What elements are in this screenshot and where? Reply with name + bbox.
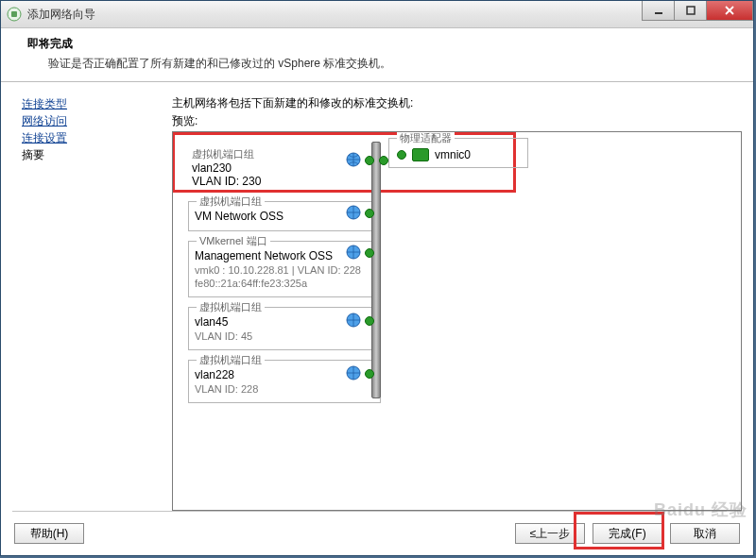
window-controls	[643, 1, 753, 21]
portgroup-legend: 虚拟机端口组	[192, 148, 254, 160]
vswitch-bar	[371, 142, 381, 398]
step-connection-settings[interactable]: 连接设置	[22, 129, 168, 146]
physical-adapter-legend: 物理适配器	[397, 131, 455, 145]
physical-nic: vmnic0	[397, 148, 520, 161]
wizard-step-desc: 验证是否正确配置了所有新建的和已修改过的 vSphere 标准交换机。	[27, 56, 740, 72]
step-network-access[interactable]: 网络访问	[22, 112, 168, 129]
svg-rect-3	[687, 7, 695, 14]
preview-label: 预览:	[172, 113, 742, 129]
connection-dot-icon	[365, 248, 374, 258]
finish-button[interactable]: 完成(F)	[593, 523, 662, 544]
wizard-header: 即将完成 验证是否正确配置了所有新建的和已修改过的 vSphere 标准交换机。	[1, 28, 753, 82]
wizard-window: 添加网络向导 即将完成 验证是否正确配置了所有新建的和已修改过的 vSphere…	[0, 0, 754, 556]
wizard-footer: 帮助(H) ≤上一步 完成(F) 取消	[1, 512, 753, 555]
nic-icon	[412, 148, 429, 161]
portgroup-detail: fe80::21a:64ff:fe23:325a	[195, 278, 374, 289]
portgroup-detail: vmk0 : 10.10.228.81 | VLAN ID: 228	[195, 264, 374, 276]
nic-name: vmnic0	[435, 148, 471, 161]
vswitch-diagram: 虚拟机端口组 vlan230 VLAN ID: 230 虚拟机端口组 VM Ne…	[173, 132, 741, 422]
globe-icon	[345, 244, 362, 261]
wizard-main: 主机网络将包括下面新建的和修改的标准交换机: 预览: 虚拟机端口组 vlan23…	[172, 90, 742, 511]
portgroup-vlan: VLAN ID: 230	[192, 175, 371, 188]
portgroup-legend: 虚拟机端口组	[197, 194, 265, 209]
network-preview: 虚拟机端口组 vlan230 VLAN ID: 230 虚拟机端口组 VM Ne…	[172, 131, 742, 511]
connection-dot-icon	[397, 150, 406, 160]
globe-icon	[345, 312, 362, 329]
globe-icon	[345, 204, 362, 221]
minimize-button[interactable]	[642, 1, 675, 21]
connection-dot-icon	[365, 209, 374, 218]
back-button[interactable]: ≤上一步	[515, 523, 585, 544]
help-button[interactable]: 帮助(H)	[14, 523, 84, 544]
cancel-button[interactable]: 取消	[670, 523, 740, 544]
portgroup-legend: VMkernel 端口	[197, 234, 270, 248]
maximize-button[interactable]	[674, 1, 707, 21]
globe-icon	[345, 364, 362, 381]
wizard-steps-sidebar: 连接类型 网络访问 连接设置 摘要	[12, 90, 172, 511]
close-button[interactable]	[706, 1, 753, 21]
portgroup-vlan: VLAN ID: 228	[195, 383, 374, 395]
connection-dot-icon	[365, 369, 374, 379]
step-summary: 摘要	[22, 146, 168, 163]
app-icon	[7, 7, 22, 22]
step-connection-type[interactable]: 连接类型	[22, 95, 168, 112]
main-description: 主机网络将包括下面新建的和修改的标准交换机:	[172, 95, 742, 111]
titlebar: 添加网络向导	[1, 1, 753, 28]
window-title: 添加网络向导	[27, 7, 95, 23]
portgroup-vlan: VLAN ID: 45	[195, 330, 374, 342]
portgroup-legend: 虚拟机端口组	[197, 353, 265, 367]
svg-rect-1	[11, 11, 17, 17]
physical-adapter-box: 物理适配器 vmnic0	[388, 138, 528, 168]
connection-dot-icon	[365, 156, 374, 165]
wizard-body: 连接类型 网络访问 连接设置 摘要 主机网络将包括下面新建的和修改的标准交换机:…	[1, 82, 753, 511]
portgroup-legend: 虚拟机端口组	[197, 300, 265, 314]
connection-dot-icon	[365, 316, 374, 326]
connection-dot-icon	[379, 156, 388, 165]
globe-icon	[345, 151, 362, 168]
wizard-step-title: 即将完成	[27, 36, 740, 52]
